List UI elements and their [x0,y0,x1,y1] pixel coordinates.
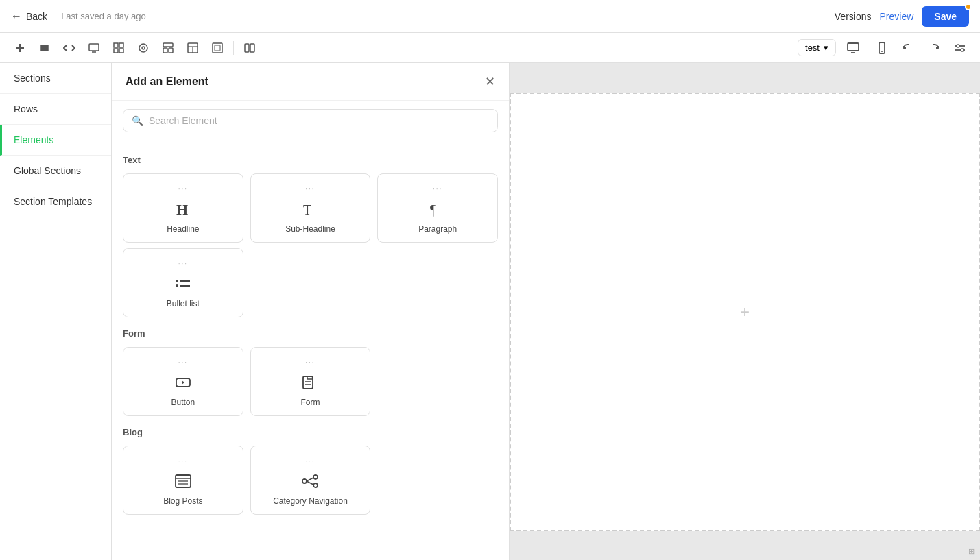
blog-posts-icon [174,472,193,491]
search-box: 🔍 [123,109,498,132]
svg-rect-21 [245,44,249,52]
toolbar: test ▾ [0,33,980,63]
puzzle-icon [137,42,150,54]
bullet-list-label: Bullet list [167,299,200,308]
grid-icon [112,42,125,54]
drag-dots: ··· [305,358,315,366]
settings-icon [954,42,966,54]
toolbar-right [896,36,972,60]
paragraph-label: Paragraph [418,224,457,234]
svg-rect-7 [114,43,118,47]
desktop-icon [846,41,860,55]
back-button[interactable]: ← Back [11,10,47,23]
panel-header: Add an Element ✕ [112,63,509,101]
drag-dots: ··· [178,185,188,193]
saved-status: Last saved a day ago [61,11,146,21]
svg-rect-4 [40,49,49,51]
svg-rect-5 [89,44,99,51]
svg-rect-40 [307,376,313,379]
environment-select[interactable]: test ▾ [798,39,836,56]
undo-button[interactable] [896,36,920,60]
element-card-sub-headline[interactable]: ··· T Sub-Headline [250,173,371,243]
svg-point-26 [881,51,883,52]
drag-dots: ··· [178,358,188,366]
desktop-device-button[interactable] [841,36,865,60]
svg-point-49 [313,483,318,487]
headline-icon: H [174,199,193,219]
redo-icon [928,42,940,54]
table-button[interactable] [181,36,204,60]
button-label: Button [171,398,195,407]
element-card-headline[interactable]: ··· H Headline [123,173,243,243]
frame-button[interactable] [206,36,229,60]
code-button[interactable] [58,36,81,60]
svg-rect-10 [119,49,123,53]
blog-posts-label: Blog Posts [163,496,202,506]
toolbar-left [8,36,795,60]
element-card-paragraph[interactable]: ··· ¶ Paragraph [377,173,498,243]
canvas-add-icon[interactable]: + [740,302,750,321]
canvas-area: + ⊞ [510,63,980,560]
table-icon [187,42,199,54]
code-icon [63,42,75,54]
element-card-form[interactable]: ··· Form [250,347,371,416]
form-elements-grid: ··· Button ··· Form [123,347,498,416]
canvas-bottom-bar: ⊞ [968,547,975,556]
element-card-button[interactable]: ··· Button [123,347,243,416]
text-elements-grid: ··· H Headline ··· T Sub-Headline ··· [123,173,498,243]
element-card-blog-posts[interactable]: ··· Blog Posts [123,446,243,515]
drag-dots: ··· [305,185,315,193]
svg-rect-15 [169,48,173,53]
panel-title: Add an Element [126,75,208,88]
svg-rect-3 [40,47,49,49]
svg-point-36 [176,284,178,287]
sidebar-item-global-sections[interactable]: Global Sections [0,156,111,186]
svg-point-12 [142,47,145,49]
monitor-button[interactable] [82,36,106,60]
sidebar-item-section-templates[interactable]: Section Templates [0,186,111,217]
env-name: test [805,42,820,53]
puzzle-button[interactable] [132,36,155,60]
form-category-label: Form [123,328,498,339]
category-navigation-label: Category Navigation [273,496,348,506]
mobile-device-button[interactable] [870,36,894,60]
svg-point-30 [961,49,964,51]
svg-line-51 [307,481,313,485]
grid-button[interactable] [107,36,130,60]
sidebar-item-sections[interactable]: Sections [0,63,111,94]
search-input[interactable] [149,115,489,126]
svg-rect-22 [250,44,254,52]
close-panel-button[interactable]: ✕ [485,74,495,89]
svg-rect-9 [114,49,118,53]
preview-button[interactable]: Preview [880,11,914,22]
save-button[interactable]: Save [922,6,969,27]
columns-button[interactable] [238,36,261,60]
add-icon-button[interactable] [8,36,32,60]
top-bar-right: Versions Preview Save [835,6,969,27]
svg-text:¶: ¶ [430,202,436,217]
svg-line-50 [307,478,313,481]
svg-rect-14 [163,48,167,53]
svg-point-29 [957,45,959,47]
layers-button[interactable] [33,36,56,60]
svg-text:T: T [303,202,311,217]
layout-button[interactable] [156,36,180,60]
bullet-list-icon [174,274,193,293]
svg-point-34 [176,280,178,282]
save-badge [965,3,972,10]
redo-button[interactable] [922,36,946,60]
canvas-inner[interactable]: + [510,93,980,531]
element-card-bullet-list[interactable]: ··· Bullet list [123,248,243,317]
element-card-category-navigation[interactable]: ··· Category Navigation [250,446,371,515]
svg-point-47 [302,479,307,483]
monitor-icon [88,42,100,54]
settings-button[interactable] [948,36,972,60]
sidebar-item-rows[interactable]: Rows [0,94,111,125]
sidebar-item-elements[interactable]: Elements [0,125,111,156]
text-elements-row2: ··· Bullet list [123,248,498,317]
drag-dots: ··· [305,457,315,465]
plus-icon [14,42,26,54]
undo-icon [902,42,914,54]
svg-point-48 [313,475,318,479]
versions-button[interactable]: Versions [835,11,872,22]
